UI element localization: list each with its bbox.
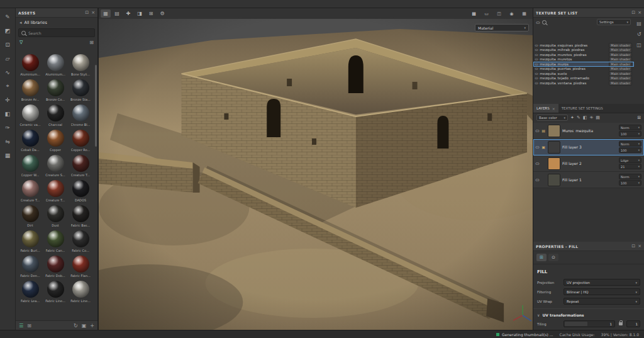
visibility-eye-icon[interactable]: ⊙ [535,72,538,76]
path-tool-icon[interactable]: ✑ [3,123,13,132]
projection-tool-icon[interactable]: ⊡ [3,40,13,48]
filter-icon[interactable]: ∇ [19,40,23,45]
material-item[interactable]: Bronze Ar... [18,79,43,104]
dock-icon[interactable]: ⊡ [631,10,635,15]
material-item[interactable]: Fabric Dob... [43,256,68,281]
viewport-layout-icon[interactable]: ⊞ [146,9,156,18]
blend-mode-select[interactable]: Norm ▾ [619,125,641,130]
material-properties-tab[interactable]: ⊞ [536,254,547,261]
layer-row[interactable]: ⊙ ▣ Fill layer 3 Norm ▾ 100 ▾ [533,139,644,155]
material-item[interactable]: Creature T... [18,180,43,205]
refresh-icon[interactable]: ↻ [74,323,78,329]
material-item[interactable]: Bronze Co... [43,79,68,104]
opacity-field[interactable]: 100 ▾ [619,147,641,153]
shader-assignment-button[interactable]: Main shader [609,81,632,86]
dock-icon[interactable]: ⊡ [85,10,89,15]
material-picker-tool-icon[interactable]: ✛ [3,96,13,104]
wand-icon[interactable]: ✦ [570,115,574,120]
layer-row[interactable]: ⊙ ▤ Muros_mezquita Norm ▾ 100 ▾ [533,123,644,139]
viewport-add-icon[interactable]: ✚ [123,9,133,18]
material-item[interactable]: Fabric Co... [68,230,93,256]
tiling-y-field[interactable]: 1 [626,320,640,327]
material-item[interactable]: Fabric Lea... [18,281,43,306]
dock-icon[interactable]: ⊡ [631,244,635,249]
pencil-icon[interactable]: ✎ [577,115,580,120]
polygon-fill-tool-icon[interactable]: ▱ [3,54,13,62]
visibility-eye-icon[interactable]: ⊙ [535,43,538,47]
texture-set-row[interactable]: ⊙ mezquita_mihrab_piedras Main shader [533,48,634,53]
symmetry-tool-icon[interactable]: ⇋ [3,137,13,145]
shelf-panel-icon[interactable]: ▤ [636,21,641,26]
material-item[interactable]: Chrome Bl... [68,104,93,130]
shader-material-select[interactable]: Material ▾ [475,24,529,31]
paint-tool-icon[interactable]: ✎ [3,13,13,21]
viewport-split-icon[interactable]: ◨ [135,9,145,18]
layer-row[interactable]: ⊙ Fill layer 2 Ldge ▾ 21 ▾ [533,155,644,172]
material-item[interactable]: Bone Styli... [68,54,93,79]
assets-scrollbar[interactable] [95,65,97,147]
material-item[interactable]: Fabric Can... [43,230,68,256]
search-icon[interactable] [542,20,547,25]
layer-row[interactable]: ⊙ Fill layer 1 Norm ▾ 100 ▾ [533,172,644,188]
grid-view-icon[interactable]: ⊞ [89,40,94,45]
geometry-properties-tab[interactable]: ⊙ [548,254,558,261]
smudge-tool-icon[interactable]: ∿ [3,68,13,76]
visibility-eye-icon[interactable]: ⊙ [535,67,538,70]
eraser-tool-icon[interactable]: ◩ [3,26,13,35]
visibility-eye-icon[interactable]: ⊙ [535,48,538,52]
property-select[interactable]: UV projection ▾ [564,279,640,286]
opacity-field[interactable]: 100 ▾ [619,180,641,186]
trash-icon[interactable]: ⊠ [637,115,641,120]
tab-layers[interactable]: LAYERS × [533,104,558,113]
texture-set-row[interactable]: ⊙ mezquita_ventana_piedras Main shader [533,81,634,86]
material-item[interactable]: Charcoal [43,104,68,130]
material-item[interactable]: Ceramic va... [18,104,43,130]
search-input[interactable] [28,31,92,35]
material-item[interactable]: Copper [43,130,68,155]
material-item[interactable]: Dust [43,205,68,230]
viewport-tiling-icon[interactable]: ▤ [112,9,122,18]
material-item[interactable]: Copper Ro... [68,130,93,155]
material-item[interactable]: Fabric Flan... [68,256,93,281]
display-mode-icon[interactable]: ▦ [519,9,529,18]
uv-transformations-section[interactable]: ∨ UV transformations [533,308,644,319]
history-panel-icon[interactable]: ↺ [637,31,641,37]
display-panel-icon[interactable]: ◫ [636,42,641,48]
material-item[interactable]: Bronze Sta... [68,79,93,104]
material-item[interactable]: Cobalt Da... [18,130,43,155]
material-item[interactable]: Fabric Line... [68,281,93,306]
frame-icon[interactable]: ▭ [481,9,491,18]
opacity-field[interactable]: 21 ▾ [619,164,641,169]
visibility-eye-icon[interactable]: ⊙ [535,145,540,149]
search-box[interactable] [18,28,95,37]
effect-icon[interactable]: ✳ [589,115,593,120]
list-view-icon[interactable]: ☰ [19,323,23,329]
texture-set-row[interactable]: ⊙ mezquita_tejado_entramado Main shader [533,76,634,81]
material-item[interactable]: Fabric Burl... [18,230,43,256]
material-item[interactable]: Fabric Den... [18,256,43,281]
material-item[interactable]: Dirt [18,205,43,230]
viewport-settings-icon[interactable]: ⚙ [157,9,167,18]
visibility-eye-icon[interactable]: ⊙ [535,81,538,85]
material-item[interactable]: Creature T... [43,180,68,205]
viewport-grid-icon[interactable]: ▦ [101,9,111,18]
viewport-display-tool-icon[interactable]: ▦ [3,151,13,159]
material-item[interactable]: DADOS [68,180,93,205]
visibility-eye-icon[interactable]: ⊙ [535,62,538,66]
texture-set-row[interactable]: ⊙ mezquita_puertas_piedras Main shader [533,67,634,72]
material-item[interactable]: Creature S... [43,155,68,180]
camera-icon[interactable]: ◉ [506,9,516,18]
texture-set-settings-select[interactable]: Settings ▾ [597,19,631,25]
material-item[interactable]: Creature T... [68,155,93,180]
blend-mode-select[interactable]: Norm ▾ [619,174,641,179]
thumbnail-view-icon[interactable]: ⊞ [27,323,31,329]
material-item[interactable]: Fabric Line... [43,281,68,306]
blend-mode-select[interactable]: Norm ▾ [619,141,641,147]
close-icon[interactable]: × [91,10,95,15]
library-selector[interactable]: ◂ All libraries [16,18,97,28]
opacity-field[interactable]: 100 ▾ [619,131,641,137]
visibility-eye-icon[interactable]: ⊙ [535,57,538,61]
channel-select[interactable]: Base color ▾ [536,115,568,121]
visibility-eye-icon[interactable]: ⊙ [535,76,538,80]
tab-texture-set-settings[interactable]: TEXTURE SET SETTINGS [558,104,606,113]
